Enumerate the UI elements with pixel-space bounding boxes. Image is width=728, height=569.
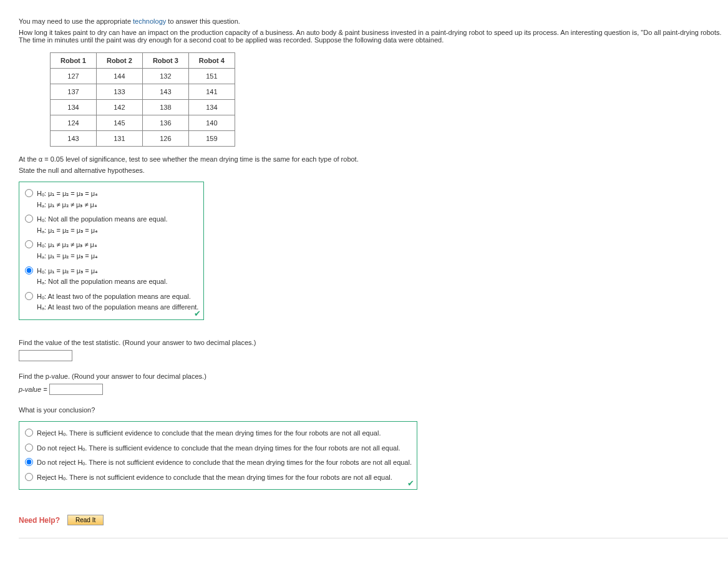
col-header: Robot 2	[96, 53, 142, 69]
intro-text-1a: You may need to use the appropriate	[19, 17, 133, 25]
conc-c: Do not reject H₀. There is not sufficien…	[37, 457, 412, 469]
hyp-d-h0: H₀: μ₁ = μ₂ = μ₃ = μ₄	[37, 266, 167, 277]
test-statistic-input[interactable]	[19, 350, 72, 361]
table-cell: 143	[142, 84, 188, 100]
table-cell: 141	[188, 84, 235, 100]
data-table: Robot 1 Robot 2 Robot 3 Robot 4 12714413…	[50, 52, 235, 147]
col-header: Robot 3	[142, 53, 188, 69]
hyp-c-h0: H₀: μ₁ ≠ μ₂ ≠ μ₃ ≠ μ₄	[37, 240, 97, 251]
intro-line-2: How long it takes paint to dry can have …	[19, 29, 724, 44]
technology-link[interactable]: technology	[133, 17, 166, 25]
table-cell: 134	[188, 100, 235, 115]
table-cell: 133	[96, 84, 142, 100]
col-header: Robot 1	[51, 53, 97, 69]
conc-radio-b[interactable]	[25, 444, 33, 452]
hyp-a-ha: Hₐ: μ₁ ≠ μ₂ ≠ μ₃ ≠ μ₄	[37, 200, 97, 211]
conc-a: Reject H₀. There is sufficient evidence …	[37, 428, 381, 439]
hypotheses-choices: H₀: μ₁ = μ₂ = μ₃ = μ₄ Hₐ: μ₁ ≠ μ₂ ≠ μ₃ ≠…	[19, 182, 204, 320]
hyp-radio-d[interactable]	[25, 266, 33, 275]
hyp-d-ha: Hₐ: Not all the population means are equ…	[37, 276, 167, 288]
hyp-radio-b[interactable]	[25, 215, 33, 223]
table-cell: 134	[51, 100, 97, 115]
q1-prompt: At the α = 0.05 level of significance, t…	[19, 155, 724, 163]
table-cell: 127	[51, 69, 97, 84]
conc-radio-c[interactable]	[25, 458, 33, 466]
table-cell: 136	[142, 115, 188, 131]
hyp-e-ha: Hₐ: At least two of the population means…	[37, 302, 198, 313]
table-cell: 159	[188, 131, 235, 147]
table-cell: 142	[96, 100, 142, 115]
table-cell: 145	[96, 115, 142, 131]
table-cell: 131	[96, 131, 142, 147]
table-cell: 151	[188, 69, 235, 84]
read-it-button[interactable]: Read It	[67, 515, 104, 525]
q2-prompt: Find the value of the test statistic. (R…	[19, 339, 724, 346]
intro-text-1b: to answer this question.	[166, 17, 240, 25]
table-cell: 124	[51, 115, 97, 131]
table-cell: 137	[51, 84, 97, 100]
hyp-radio-a[interactable]	[25, 189, 33, 197]
table-cell: 138	[142, 100, 188, 115]
check-icon: ✔	[194, 309, 201, 318]
conc-b: Do not reject H₀. There is sufficient ev…	[37, 443, 400, 454]
col-header: Robot 4	[188, 53, 235, 69]
table-cell: 140	[188, 115, 235, 131]
table-cell: 132	[142, 69, 188, 84]
conc-d: Reject H₀. There is not sufficient evide…	[37, 472, 392, 484]
table-cell: 144	[96, 69, 142, 84]
conc-radio-a[interactable]	[25, 429, 33, 437]
pvalue-label: p-value =	[19, 386, 49, 393]
intro-line-1: You may need to use the appropriate tech…	[19, 17, 724, 25]
hyp-a-h0: H₀: μ₁ = μ₂ = μ₃ = μ₄	[37, 188, 97, 200]
need-help-label: Need Help?	[19, 516, 60, 525]
q1-sub: State the null and alternative hypothese…	[19, 167, 724, 174]
hyp-radio-c[interactable]	[25, 240, 33, 248]
table-cell: 126	[142, 131, 188, 147]
conclusion-choices: Reject H₀. There is sufficient evidence …	[19, 421, 417, 490]
table-cell: 143	[51, 131, 97, 147]
hyp-radio-e[interactable]	[25, 292, 33, 300]
hyp-b-h0: H₀: Not all the population means are equ…	[37, 214, 167, 225]
conc-radio-d[interactable]	[25, 473, 33, 481]
check-icon: ✔	[407, 479, 414, 488]
hyp-c-ha: Hₐ: μ₁ = μ₂ = μ₃ = μ₄	[37, 251, 97, 262]
hyp-e-h0: H₀: At least two of the population means…	[37, 291, 198, 303]
q4-prompt: What is your conclusion?	[19, 406, 724, 414]
q3-prompt: Find the p-value. (Round your answer to …	[19, 372, 724, 380]
hyp-b-ha: Hₐ: μ₁ = μ₂ = μ₃ = μ₄	[37, 225, 167, 236]
pvalue-input[interactable]	[49, 384, 103, 395]
